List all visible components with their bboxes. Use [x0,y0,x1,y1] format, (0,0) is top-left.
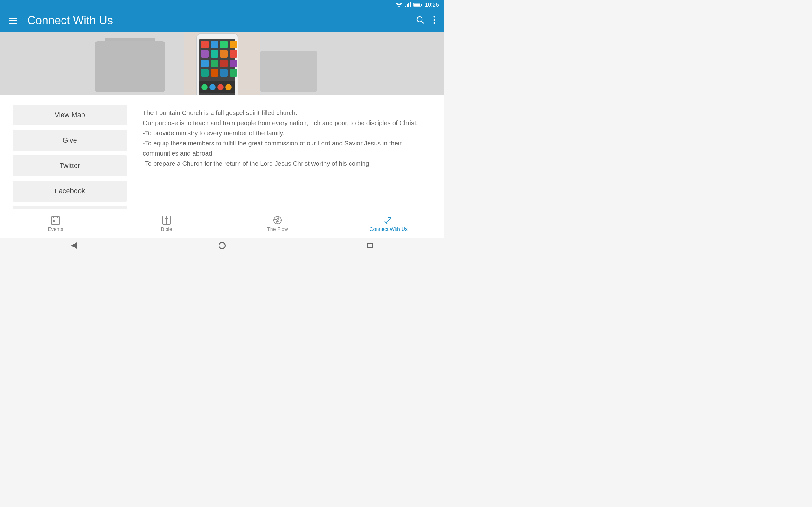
fountain-website-button[interactable]: The Fountain Website [13,206,127,209]
hamburger-line-2 [9,20,17,21]
svg-rect-25 [201,50,209,58]
church-description: The Fountain Church is a full gospel spi… [143,108,432,169]
give-button[interactable]: Give [13,130,127,151]
svg-point-8 [417,17,422,22]
svg-point-12 [434,22,435,24]
svg-point-39 [209,84,216,90]
recents-square-icon [367,243,373,248]
bible-label: Bible [161,227,172,232]
svg-rect-26 [211,50,218,58]
svg-rect-22 [211,41,218,48]
connect-icon [384,215,394,225]
svg-rect-16 [260,51,317,92]
battery-icon [413,3,422,7]
svg-point-0 [398,6,400,7]
svg-rect-1 [405,6,406,7]
time-display: 10:26 [425,2,439,8]
svg-point-11 [434,19,435,20]
search-button[interactable] [414,13,427,28]
flow-icon [272,215,283,225]
home-button[interactable] [218,242,225,249]
search-icon [416,16,424,24]
svg-rect-31 [220,60,228,67]
svg-rect-2 [407,4,408,7]
page-title: Connect With Us [27,14,414,27]
svg-line-53 [386,218,391,223]
svg-rect-24 [230,41,237,48]
nav-connect-with-us[interactable]: Connect With Us [333,212,444,235]
wifi-icon [396,2,403,7]
hero-placeholder [0,32,444,95]
right-column: The Fountain Church is a full gospel spi… [136,105,438,200]
svg-rect-4 [410,2,411,7]
svg-rect-15 [105,38,155,41]
svg-rect-3 [408,3,409,7]
svg-line-9 [421,21,424,23]
svg-rect-30 [211,60,218,67]
app-bar-actions [414,13,438,28]
nav-bible[interactable]: Bible [111,212,222,235]
more-options-button[interactable] [431,13,438,28]
svg-rect-46 [53,221,55,222]
back-triangle-icon [71,242,77,249]
flow-label: The Flow [267,227,288,232]
svg-rect-34 [211,69,218,77]
svg-rect-42 [51,217,60,224]
svg-rect-14 [95,41,165,92]
hero-svg [0,32,444,95]
svg-point-40 [217,84,223,90]
events-icon [50,215,61,225]
app-bar: Connect With Us [0,9,444,32]
main-content: View Map Give Twitter Facebook The Fount… [0,95,444,209]
menu-button[interactable] [6,15,20,26]
hamburger-line-3 [9,23,17,24]
svg-rect-33 [201,69,209,77]
bottom-navigation: Events Bible The Flow Connect With Us [0,209,444,238]
recents-button[interactable] [367,243,373,248]
twitter-button[interactable]: Twitter [13,155,127,176]
android-nav-bar [0,238,444,253]
svg-rect-28 [230,50,237,58]
view-map-button[interactable]: View Map [13,105,127,125]
left-column: View Map Give Twitter Facebook The Fount… [6,105,127,200]
svg-rect-36 [230,69,237,77]
back-button[interactable] [71,242,77,249]
signal-icon [405,2,411,7]
svg-rect-6 [421,4,422,6]
more-icon [433,16,435,24]
bible-icon [161,215,171,225]
events-label: Events [48,227,63,232]
svg-rect-23 [220,41,228,48]
status-bar: 10:26 [0,0,444,9]
hero-image [0,32,444,95]
connect-label: Connect With Us [369,227,408,232]
facebook-button[interactable]: Facebook [13,181,127,202]
svg-rect-32 [230,60,237,67]
nav-events[interactable]: Events [0,212,111,235]
home-circle-icon [218,242,225,249]
svg-point-10 [434,16,435,17]
svg-point-41 [225,84,232,90]
svg-rect-21 [201,41,209,48]
svg-rect-29 [201,60,209,67]
svg-rect-7 [414,4,420,6]
nav-the-flow[interactable]: The Flow [222,212,333,235]
svg-point-38 [201,84,208,90]
svg-rect-27 [220,50,228,58]
hamburger-line-1 [9,18,17,19]
svg-rect-35 [220,69,228,77]
